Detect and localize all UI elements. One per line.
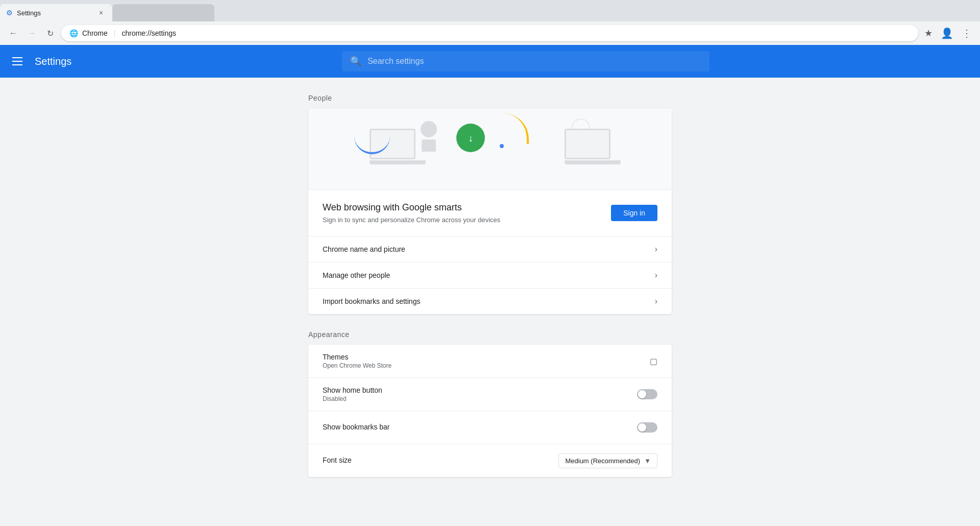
signin-button[interactable]: Sign in (611, 205, 657, 221)
tab-close-button[interactable]: × (96, 8, 106, 18)
people-section-title: People (308, 94, 672, 102)
font-size-text: Font size (323, 456, 352, 465)
search-input[interactable] (368, 57, 701, 66)
settings-page-title: Settings (35, 56, 71, 67)
bookmarks-bar-text: Show bookmarks bar (323, 423, 390, 432)
import-bookmarks-item[interactable]: Import bookmarks and settings › (308, 289, 672, 314)
chrome-name-picture-label: Chrome name and picture (323, 245, 405, 253)
themes-item[interactable]: Themes Open Chrome Web Store ▢ (308, 345, 672, 377)
bookmarks-bar-toggle[interactable] (637, 422, 657, 433)
laptop-screen-2 (565, 129, 610, 159)
reload-button[interactable]: ↻ (43, 26, 57, 40)
laptop-2-decoration (565, 129, 621, 164)
active-tab[interactable]: ⚙ Settings × (0, 4, 112, 21)
search-box[interactable]: 🔍 (342, 51, 709, 71)
tab-favicon: ⚙ (6, 9, 13, 17)
home-button-toggle[interactable] (637, 389, 657, 399)
settings-header: Settings 🔍 (0, 45, 980, 78)
inactive-tab[interactable] (112, 4, 214, 21)
themes-title: Themes (323, 353, 391, 361)
illustration-container: ↓ (308, 108, 672, 189)
signin-section: Web browsing with Google smarts Sign in … (308, 190, 672, 236)
back-button[interactable]: ← (6, 26, 20, 40)
show-home-button-item[interactable]: Show home button Disabled (308, 378, 672, 411)
signin-heading: Web browsing with Google smarts (323, 202, 500, 213)
chevron-right-icon-1: › (655, 245, 657, 254)
font-size-value: Medium (Recommended) (565, 457, 640, 465)
main-content: People ↓ (296, 78, 684, 493)
font-size-title: Font size (323, 456, 352, 464)
themes-subtitle: Open Chrome Web Store (323, 362, 391, 369)
appearance-card: Themes Open Chrome Web Store ▢ Show home… (308, 345, 672, 477)
globe-icon: 🌐 (69, 29, 78, 37)
dropdown-arrow-icon: ▼ (644, 457, 651, 465)
signin-illustration: ↓ (308, 108, 672, 190)
person-silhouette (421, 121, 437, 152)
manage-other-people-label: Manage other people (323, 271, 390, 279)
browser-menu-button[interactable]: ⋮ (960, 25, 974, 41)
url-text: chrome://settings (121, 29, 176, 37)
yellow-arc-decoration (503, 113, 529, 144)
chevron-right-icon-2: › (655, 271, 657, 280)
search-icon: 🔍 (350, 56, 361, 67)
bookmark-star-button[interactable]: ★ (922, 26, 935, 41)
font-size-item[interactable]: Font size Medium (Recommended) ▼ (308, 444, 672, 477)
signin-subtext: Sign in to sync and personalize Chrome a… (323, 216, 500, 224)
bookmarks-bar-title: Show bookmarks bar (323, 423, 390, 431)
show-bookmarks-bar-item[interactable]: Show bookmarks bar (308, 411, 672, 444)
profile-button[interactable]: 👤 (939, 25, 955, 41)
profile-green-circle: ↓ (456, 124, 485, 152)
forward-button[interactable]: → (24, 26, 39, 40)
manage-other-people-item[interactable]: Manage other people › (308, 262, 672, 288)
url-separator: | (114, 29, 116, 37)
browser-frame: ⚙ Settings × ← → ↻ 🌐 Chrome | chrome://s… (0, 0, 980, 45)
chrome-name-picture-item[interactable]: Chrome name and picture › (308, 236, 672, 262)
home-button-title: Show home button (323, 386, 382, 394)
person-body (422, 139, 436, 152)
address-bar[interactable]: 🌐 Chrome | chrome://settings (61, 25, 918, 41)
appearance-section-title: Appearance (308, 330, 672, 339)
import-bookmarks-label: Import bookmarks and settings (323, 297, 420, 305)
external-link-icon: ▢ (650, 356, 657, 366)
blue-dot-decoration (500, 144, 504, 148)
signin-text: Web browsing with Google smarts Sign in … (323, 202, 500, 224)
tab-title: Settings (17, 9, 92, 17)
hamburger-menu-button[interactable] (12, 57, 22, 65)
themes-text: Themes Open Chrome Web Store (323, 353, 391, 369)
home-button-subtitle: Disabled (323, 395, 382, 402)
laptop-base-1 (370, 160, 426, 164)
chevron-right-icon-3: › (655, 297, 657, 306)
browser-name: Chrome (82, 29, 108, 37)
laptop-base-2 (565, 160, 621, 164)
font-size-dropdown[interactable]: Medium (Recommended) ▼ (558, 453, 657, 468)
person-head (421, 121, 437, 137)
address-bar-row: ← → ↻ 🌐 Chrome | chrome://settings ★ 👤 ⋮ (0, 21, 980, 45)
home-button-text: Show home button Disabled (323, 386, 382, 402)
people-card: ↓ Web browsing with Google smarts Sign i… (308, 108, 672, 314)
tab-bar: ⚙ Settings × (0, 0, 980, 21)
